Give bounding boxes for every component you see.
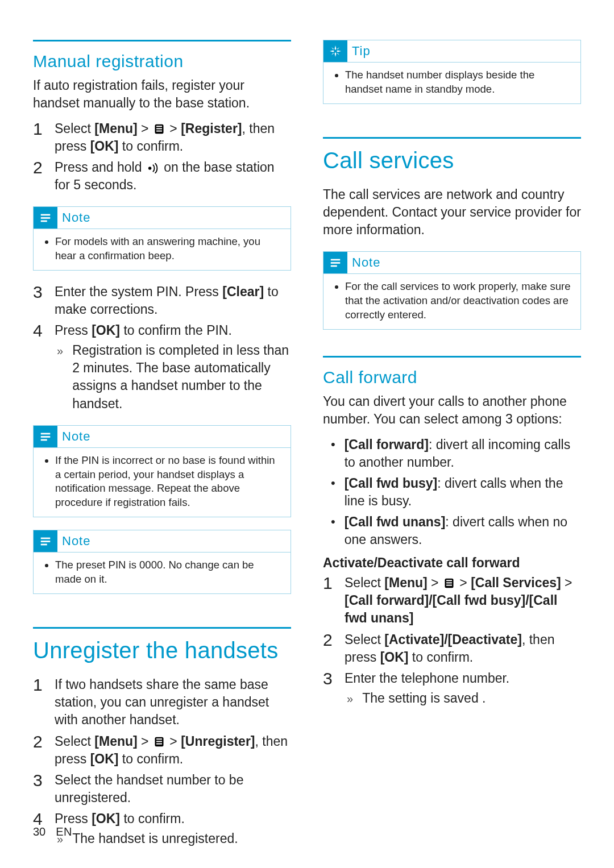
step-body: Enter the system PIN. Press [Clear] to m… xyxy=(55,283,291,318)
steps-list-call-forward: 1 Select [Menu] > > [Call Services] > [C… xyxy=(323,574,581,707)
note-text: For the call services to work properly, … xyxy=(345,280,572,322)
step-number: 2 xyxy=(33,733,44,751)
svg-rect-3 xyxy=(156,131,162,132)
step-number: 3 xyxy=(323,670,334,688)
result-text: Registration is completed in less than 2… xyxy=(72,342,291,412)
step-2: 2 Select [Activate]/[Deactivate], then p… xyxy=(323,631,581,666)
step-body: Select [Menu] > > [Register], then press… xyxy=(55,120,291,155)
steps-list-unregister: 1 If two handsets share the same base st… xyxy=(33,676,291,847)
result-arrow-icon: » xyxy=(57,343,63,412)
note-box: Note The preset PIN is 0000. No change c… xyxy=(33,530,291,594)
note-text: If the PIN is incorrect or no base is fo… xyxy=(55,454,283,510)
note-icon xyxy=(34,530,57,552)
note-label: Note xyxy=(62,534,90,549)
left-column: Manual registration If auto registration… xyxy=(33,40,291,857)
page-footer: 30EN xyxy=(33,825,72,838)
note-text: The preset PIN is 0000. No change can be… xyxy=(55,558,283,587)
svg-rect-24 xyxy=(446,585,452,586)
tip-icon xyxy=(323,40,347,62)
svg-rect-9 xyxy=(41,436,51,438)
right-column: Tip The handset number displays beside t… xyxy=(323,40,581,857)
step-1: 1 If two handsets share the same base st… xyxy=(33,676,291,729)
step-number: 2 xyxy=(323,631,334,649)
list-item: [Call fwd busy]: divert calls when the l… xyxy=(323,475,581,510)
step-body: Select [Activate]/[Deactivate], then pre… xyxy=(345,631,581,666)
svg-rect-23 xyxy=(446,583,452,584)
note-label: Note xyxy=(352,255,380,270)
svg-rect-6 xyxy=(41,217,51,219)
svg-rect-19 xyxy=(331,262,341,264)
step-body: Press [OK] to confirm. »The handset is u… xyxy=(55,810,291,848)
step-number: 3 xyxy=(33,283,44,301)
svg-rect-20 xyxy=(331,265,337,267)
result-arrow-icon: » xyxy=(347,691,353,707)
step-3: 3 Select the handset number to be unregi… xyxy=(33,771,291,807)
svg-rect-11 xyxy=(41,538,51,539)
note-text: For models with an answering machine, yo… xyxy=(55,235,283,263)
paragraph: You can divert your calls to another pho… xyxy=(323,393,581,428)
list-item: [Call fwd unans]: divert calls when no o… xyxy=(323,513,581,549)
svg-rect-16 xyxy=(156,741,162,742)
step-number: 1 xyxy=(323,574,334,592)
tip-text: The handset number displays beside the h… xyxy=(345,68,572,97)
svg-rect-15 xyxy=(156,738,162,740)
step-3: 3 Enter the system PIN. Press [Clear] to… xyxy=(33,283,291,318)
step-number: 1 xyxy=(33,120,44,138)
note-icon xyxy=(34,207,57,229)
steps-list-manual-registration-a: 1 Select [Menu] > > [Register], then pre… xyxy=(33,120,291,194)
svg-rect-18 xyxy=(331,259,341,261)
svg-rect-5 xyxy=(41,214,51,216)
step-2: 2 Select [Menu] > > [Unregister], then p… xyxy=(33,733,291,768)
heading-unregister: Unregister the handsets xyxy=(33,627,291,663)
note-icon xyxy=(34,426,57,447)
options-list: [Call forward]: divert all incoming call… xyxy=(323,436,581,549)
step-body: Enter the telephone number. »The setting… xyxy=(345,670,581,707)
settings-icon xyxy=(154,736,165,747)
svg-rect-2 xyxy=(156,128,162,129)
step-number: 3 xyxy=(33,771,44,790)
note-label: Note xyxy=(62,210,90,225)
svg-point-4 xyxy=(148,167,151,169)
page-number: 30 xyxy=(33,825,45,838)
step-number: 1 xyxy=(33,676,44,694)
antenna-icon xyxy=(147,163,159,173)
sub-heading: Activate/Deactivate call forward xyxy=(323,555,581,571)
steps-list-manual-registration-b: 3 Enter the system PIN. Press [Clear] to… xyxy=(33,283,291,412)
note-box: Note If the PIN is incorrect or no base … xyxy=(33,425,291,518)
note-icon xyxy=(323,252,347,273)
step-body: Press [OK] to confirm the PIN. »Registra… xyxy=(55,322,291,412)
heading-call-forward: Call forward xyxy=(323,356,581,387)
heading-manual-registration: Manual registration xyxy=(33,40,291,71)
step-4: 4 Press [OK] to confirm the PIN. »Regist… xyxy=(33,322,291,412)
result-text: The handset is unregistered. xyxy=(72,830,238,848)
heading-call-services: Call services xyxy=(323,137,581,173)
manual-page: Manual registration If auto registration… xyxy=(0,0,614,868)
svg-rect-10 xyxy=(41,439,47,441)
step-body: Press and hold on the base station for 5… xyxy=(55,159,291,194)
language-code: EN xyxy=(56,825,72,838)
svg-rect-7 xyxy=(41,221,47,222)
step-1: 1 Select [Menu] > > [Call Services] > [C… xyxy=(323,574,581,627)
settings-icon xyxy=(443,578,455,589)
svg-rect-12 xyxy=(41,541,51,543)
step-body: Select [Menu] > > [Call Services] > [Cal… xyxy=(345,574,581,627)
svg-rect-1 xyxy=(156,126,162,127)
step-3: 3 Enter the telephone number. »The setti… xyxy=(323,670,581,707)
note-box: Note For the call services to work prope… xyxy=(323,251,581,330)
step-number: 4 xyxy=(33,322,44,340)
step-2: 2 Press and hold on the base station for… xyxy=(33,159,291,194)
note-box: Note For models with an answering machin… xyxy=(33,206,291,271)
tip-label: Tip xyxy=(352,44,371,59)
settings-icon xyxy=(154,123,165,135)
svg-rect-8 xyxy=(41,433,51,434)
list-item: [Call forward]: divert all incoming call… xyxy=(323,436,581,471)
svg-rect-22 xyxy=(446,580,452,582)
step-body: Select [Menu] > > [Unregister], then pre… xyxy=(55,733,291,768)
paragraph: The call services are network and countr… xyxy=(323,186,581,239)
step-body: Select the handset number to be unregist… xyxy=(55,771,291,807)
svg-rect-17 xyxy=(156,743,162,744)
svg-rect-13 xyxy=(41,544,47,546)
step-1: 1 Select [Menu] > > [Register], then pre… xyxy=(33,120,291,155)
step-body: If two handsets share the same base stat… xyxy=(55,676,291,729)
two-column-layout: Manual registration If auto registration… xyxy=(33,40,581,857)
